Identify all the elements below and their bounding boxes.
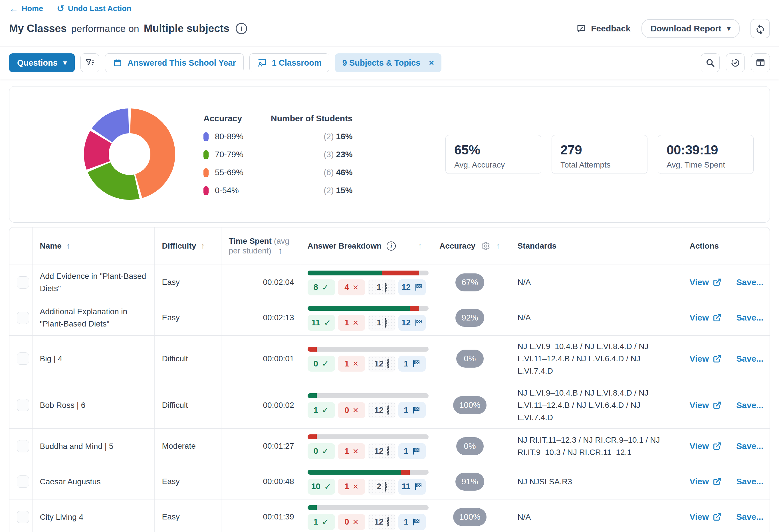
- save-link[interactable]: Save...: [736, 313, 763, 322]
- view-link[interactable]: View: [690, 512, 722, 522]
- question-name: Add Evidence in "Plant-Based Diets": [40, 270, 147, 295]
- accuracy-cell: 67%: [430, 264, 510, 300]
- info-icon[interactable]: i: [386, 241, 396, 251]
- name-header-label: Name: [40, 241, 62, 251]
- correct-chip-count: 0: [314, 447, 318, 456]
- legend-item: 70-79%: [203, 150, 243, 159]
- row-checkbox[interactable]: [17, 475, 29, 488]
- save-link[interactable]: Save...: [736, 278, 763, 287]
- row-checkbox[interactable]: [17, 312, 29, 324]
- answer-breakdown-cell: 8✓4×112: [300, 264, 430, 300]
- view-link[interactable]: View: [690, 278, 722, 287]
- external-link-icon: [713, 313, 721, 322]
- columns-layout-button[interactable]: [751, 53, 770, 72]
- save-link[interactable]: Save...: [736, 441, 763, 451]
- name-column-header[interactable]: Name ↑: [32, 228, 155, 264]
- flagged-chip-count: 1: [404, 517, 408, 527]
- flagged-chip-count: 12: [402, 283, 411, 292]
- refresh-button[interactable]: [751, 19, 770, 38]
- unanswered-chip: 1: [368, 280, 396, 295]
- flagged-chip: 1: [398, 356, 426, 372]
- question-name-cell: Big | 4: [32, 335, 155, 382]
- table-body: Add Evidence in "Plant-Based Diets"Easy0…: [9, 264, 770, 532]
- page-title: My Classes performance on Multiple subje…: [9, 22, 247, 35]
- view-label: View: [690, 401, 709, 410]
- actions-cell: ViewSave...: [682, 264, 770, 300]
- save-link[interactable]: Save...: [736, 354, 763, 364]
- row-checkbox[interactable]: [17, 276, 29, 289]
- questions-dropdown[interactable]: Questions ▾: [9, 53, 75, 72]
- correct-chip-count: 1: [314, 517, 318, 527]
- accuracy-column-header[interactable]: Accuracy ↑: [430, 228, 510, 264]
- legend-count: (2)16%: [271, 132, 353, 141]
- undo-icon: ↺: [57, 4, 64, 13]
- answer-chips: 1✓0×121: [308, 514, 422, 530]
- classroom-filter[interactable]: 1 Classroom: [249, 53, 329, 72]
- time-settings-button[interactable]: [726, 53, 745, 72]
- view-link[interactable]: View: [690, 401, 722, 410]
- flag-icon-svg: [414, 283, 422, 291]
- view-link[interactable]: View: [690, 441, 722, 451]
- difficulty-column-header[interactable]: Difficulty ↑: [155, 228, 221, 264]
- unanswered-chip: 12: [368, 514, 396, 530]
- flagged-chip-icon: [412, 518, 420, 526]
- standards-cell: NJ RI.IT.11–12.3 / NJ RI.CR.9–10.1 / NJ …: [510, 428, 682, 464]
- save-link[interactable]: Save...: [736, 401, 763, 410]
- view-link[interactable]: View: [690, 313, 722, 322]
- answer-bar: [308, 393, 429, 398]
- question-name: Additional Explanation in "Plant-Based D…: [40, 305, 147, 330]
- flag-icon-svg: [412, 406, 420, 414]
- unanswered-chip: 1: [368, 315, 396, 331]
- row-checkbox[interactable]: [17, 399, 29, 411]
- date-range-filter[interactable]: Answered This School Year: [105, 53, 244, 72]
- legend-header-students: Number of Students: [271, 114, 353, 123]
- subjects-filter-chip[interactable]: 9 Subjects & Topics ×: [335, 53, 441, 72]
- table-row: Bob Ross | 6Difficult00:00:021✓0×121100%…: [9, 382, 770, 428]
- flag-icon-svg: [412, 447, 420, 455]
- search-button[interactable]: [701, 53, 720, 72]
- undo-last-action-link[interactable]: ↺ Undo Last Action: [57, 4, 131, 13]
- legend-header-accuracy: Accuracy: [203, 114, 243, 123]
- unanswered-icon: [387, 516, 389, 527]
- unanswered-chip-icon: [387, 359, 389, 368]
- external-link-icon: [713, 354, 721, 363]
- table-row: Buddha and Mind | 5Moderate00:01:270✓1×1…: [9, 428, 770, 464]
- incorrect-chip-count: 0: [344, 406, 349, 415]
- save-link[interactable]: Save...: [736, 512, 763, 522]
- incorrect-chip-icon: ×: [353, 447, 358, 456]
- accuracy-cell: 100%: [430, 382, 510, 428]
- close-icon[interactable]: ×: [429, 59, 434, 67]
- gear-icon[interactable]: [481, 241, 490, 251]
- row-checkbox[interactable]: [17, 352, 29, 365]
- answer-bar-correct: [308, 306, 410, 311]
- answer-bar: [308, 505, 429, 510]
- view-link[interactable]: View: [690, 477, 722, 486]
- sort-up-icon: ↑: [66, 241, 70, 251]
- download-report-button[interactable]: Download Report ▾: [642, 19, 740, 38]
- standards-cell: N/A: [510, 300, 682, 335]
- accuracy-badge: 67%: [456, 274, 484, 291]
- title-info-icon[interactable]: i: [236, 23, 247, 34]
- table-row: Caesar AugustusEasy00:00:4810✓1×21191%NJ…: [9, 464, 770, 499]
- question-name-cell: Additional Explanation in "Plant-Based D…: [32, 300, 155, 335]
- row-actions: ViewSave...: [690, 512, 763, 522]
- time-spent-cell: 00:00:01: [221, 335, 300, 382]
- unanswered-chip-count: 12: [374, 447, 383, 456]
- save-link[interactable]: Save...: [736, 477, 763, 486]
- row-checkbox[interactable]: [17, 511, 29, 523]
- filter-settings-button[interactable]: [80, 53, 99, 72]
- clock-check-icon: [730, 58, 740, 68]
- feedback-button[interactable]: Feedback: [576, 23, 630, 34]
- question-name-cell: City Living 4: [32, 499, 155, 532]
- standards-cell: NJ L.VI.9–10.4.B / NJ L.VI.8.4.D / NJ L.…: [510, 335, 682, 382]
- flagged-chip: 11: [398, 479, 426, 494]
- incorrect-chip-icon: ×: [353, 518, 358, 526]
- difficulty-cell: Difficult: [155, 335, 221, 382]
- row-checkbox[interactable]: [17, 440, 29, 452]
- home-link[interactable]: ← Home: [9, 4, 43, 13]
- correct-chip: 8✓: [308, 280, 335, 295]
- time-spent-column-header[interactable]: Time Spent (avg per student) ↑: [221, 228, 300, 264]
- incorrect-chip-count: 1: [344, 359, 349, 368]
- answer-breakdown-column-header[interactable]: Answer Breakdown i ↑: [300, 228, 430, 264]
- view-link[interactable]: View: [690, 354, 722, 364]
